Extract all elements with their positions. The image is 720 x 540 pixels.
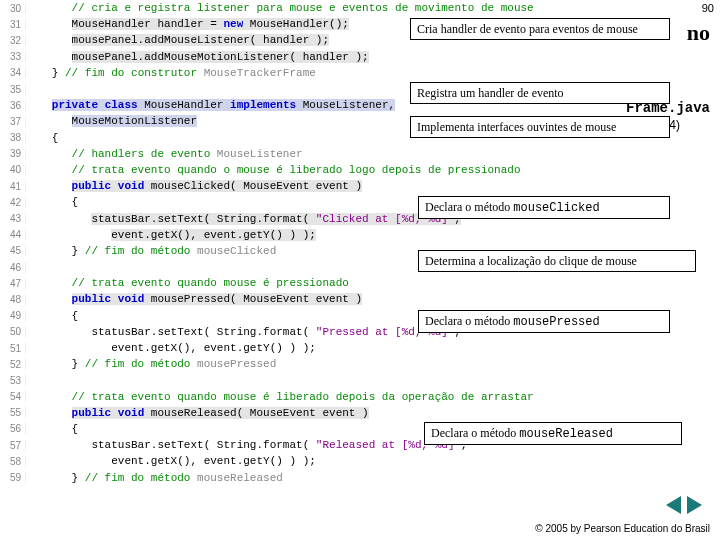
line-number: 43 bbox=[0, 213, 26, 224]
line-number: 57 bbox=[0, 440, 26, 451]
callout-create-handler: Cria handler de evento para eventos de m… bbox=[410, 18, 670, 40]
line-number: 31 bbox=[0, 19, 26, 30]
line-number: 41 bbox=[0, 181, 26, 192]
code-line: 34 } // fim do construtor MouseTrackerFr… bbox=[0, 65, 608, 81]
line-code: event.getX(), event.getY() ) ); bbox=[26, 342, 316, 354]
line-code: event.getX(), event.getY() ) ); bbox=[26, 455, 316, 467]
line-code: MouseHandler handler = new MouseHandler(… bbox=[26, 18, 349, 30]
line-code: mousePanel.addMouseMotionListener( handl… bbox=[26, 51, 369, 63]
line-number: 37 bbox=[0, 116, 26, 127]
line-number: 34 bbox=[0, 67, 26, 78]
code-line: 52 } // fim do método mousePressed bbox=[0, 356, 608, 372]
line-code: // cria e registra listener para mouse e… bbox=[26, 2, 534, 14]
code-line: 48 public void mousePressed( MouseEvent … bbox=[0, 291, 608, 307]
line-code: public void mouseReleased( MouseEvent ev… bbox=[26, 407, 369, 419]
line-code: // trata evento quando mouse é pressiona… bbox=[26, 277, 349, 289]
line-number: 58 bbox=[0, 456, 26, 467]
line-number: 52 bbox=[0, 359, 26, 370]
line-number: 39 bbox=[0, 148, 26, 159]
line-number: 49 bbox=[0, 310, 26, 321]
line-code: { bbox=[26, 310, 78, 322]
line-number: 44 bbox=[0, 229, 26, 240]
line-number: 59 bbox=[0, 472, 26, 483]
line-number: 36 bbox=[0, 100, 26, 111]
line-number: 50 bbox=[0, 326, 26, 337]
code-line: 58 event.getX(), event.getY() ) ); bbox=[0, 453, 608, 469]
line-number: 35 bbox=[0, 84, 26, 95]
line-number: 40 bbox=[0, 164, 26, 175]
line-code: { bbox=[26, 423, 78, 435]
prev-slide-button[interactable] bbox=[666, 496, 681, 514]
line-code: { bbox=[26, 132, 58, 144]
line-number: 56 bbox=[0, 423, 26, 434]
line-number: 45 bbox=[0, 245, 26, 256]
line-code: statusBar.setText( String.format( "Relea… bbox=[26, 439, 468, 451]
line-number: 42 bbox=[0, 197, 26, 208]
callout-click-location: Determina a localização do clique de mou… bbox=[418, 250, 696, 272]
next-slide-button[interactable] bbox=[687, 496, 702, 514]
code-line: 54 // trata evento quando mouse é libera… bbox=[0, 389, 608, 405]
callout-mousereleased: Declara o método mouseReleased bbox=[424, 422, 682, 445]
line-code: MouseMotionListener bbox=[26, 115, 197, 127]
line-code: // handlers de evento MouseListener bbox=[26, 148, 303, 160]
code-line: 40 // trata evento quando o mouse é libe… bbox=[0, 162, 608, 178]
code-line: 51 event.getX(), event.getY() ) ); bbox=[0, 340, 608, 356]
copyright-footer: © 2005 by Pearson Education do Brasil bbox=[535, 523, 710, 534]
callout-register-handler: Registra um handler de evento bbox=[410, 82, 670, 104]
callout-implements-listeners: Implementa interfaces ouvintes de mouse bbox=[410, 116, 670, 138]
line-code: // trata evento quando o mouse é liberad… bbox=[26, 164, 520, 176]
line-code: public void mouseClicked( MouseEvent eve… bbox=[26, 180, 362, 192]
line-code: } // fim do método mouseReleased bbox=[26, 472, 283, 484]
line-number: 32 bbox=[0, 35, 26, 46]
code-line: 47 // trata evento quando mouse é pressi… bbox=[0, 275, 608, 291]
code-line: 33 mousePanel.addMouseMotionListener( ha… bbox=[0, 49, 608, 65]
line-number: 38 bbox=[0, 132, 26, 143]
page-number: 90 bbox=[702, 2, 714, 14]
line-code: } // fim do método mousePressed bbox=[26, 358, 276, 370]
line-number: 53 bbox=[0, 375, 26, 386]
line-number: 33 bbox=[0, 51, 26, 62]
line-code: } // fim do método mouseClicked bbox=[26, 245, 276, 257]
line-code: private class MouseHandler implements Mo… bbox=[26, 99, 395, 111]
code-line: 55 public void mouseReleased( MouseEvent… bbox=[0, 405, 608, 421]
callout-mouseclicked: Declara o método mouseClicked bbox=[418, 196, 670, 219]
line-number: 46 bbox=[0, 262, 26, 273]
line-code: mousePanel.addMouseListener( handler ); bbox=[26, 34, 329, 46]
code-line: 59 } // fim do método mouseReleased bbox=[0, 469, 608, 485]
code-line: 44 event.getX(), event.getY() ) ); bbox=[0, 227, 608, 243]
callout-mousepressed: Declara o método mousePressed bbox=[418, 310, 670, 333]
line-code: // trata evento quando mouse é liberado … bbox=[26, 391, 534, 403]
line-number: 30 bbox=[0, 3, 26, 14]
line-code: } // fim do construtor MouseTrackerFrame bbox=[26, 67, 316, 79]
line-code: public void mousePressed( MouseEvent eve… bbox=[26, 293, 362, 305]
code-line: 39 // handlers de evento MouseListener bbox=[0, 146, 608, 162]
line-code: event.getX(), event.getY() ) ); bbox=[26, 229, 316, 241]
code-line: 30 // cria e registra listener para mous… bbox=[0, 0, 608, 16]
line-code: statusBar.setText( String.format( "Click… bbox=[26, 213, 461, 225]
line-code: statusBar.setText( String.format( "Press… bbox=[26, 326, 461, 338]
code-line: 53 bbox=[0, 372, 608, 388]
line-code: { bbox=[26, 196, 78, 208]
code-line: 41 public void mouseClicked( MouseEvent … bbox=[0, 178, 608, 194]
line-number: 47 bbox=[0, 278, 26, 289]
slide-title-tail: no bbox=[687, 20, 710, 46]
line-number: 55 bbox=[0, 407, 26, 418]
line-number: 54 bbox=[0, 391, 26, 402]
line-number: 48 bbox=[0, 294, 26, 305]
slide-nav bbox=[666, 496, 702, 514]
line-number: 51 bbox=[0, 343, 26, 354]
